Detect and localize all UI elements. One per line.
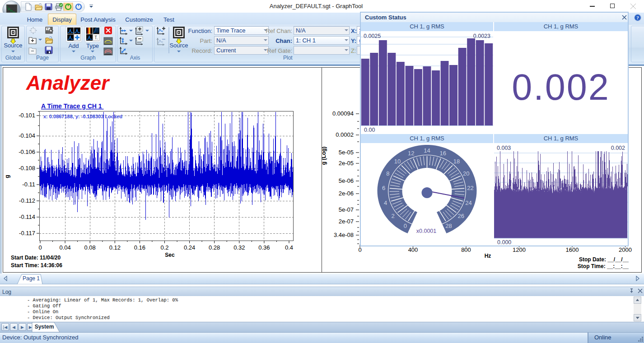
svg-text:4: 4 <box>384 199 387 206</box>
svg-text:0: 0 <box>404 222 407 229</box>
svg-text:5e-06: 5e-06 <box>339 177 354 184</box>
svg-text:0.16: 0.16 <box>134 244 145 251</box>
svg-text:0: 0 <box>38 244 42 251</box>
svg-text:6: 6 <box>382 185 385 191</box>
svg-text:Start Date: 11/04/20: Start Date: 11/04/20 <box>11 255 61 261</box>
svg-text:0.002: 0.002 <box>611 145 625 151</box>
svg-text:24: 24 <box>465 199 471 206</box>
svg-text:A Time Trace g CH 1: A Time Trace g CH 1 <box>41 102 104 110</box>
svg-text:0.24: 0.24 <box>184 244 195 251</box>
svg-text:18: 18 <box>453 158 460 165</box>
svg-text:2000: 2000 <box>619 246 632 253</box>
svg-text:-0.106: -0.106 <box>19 148 35 155</box>
svg-text:0.0025: 0.0025 <box>364 33 381 39</box>
svg-text:800: 800 <box>461 246 471 253</box>
svg-text:5e-07: 5e-07 <box>339 206 354 213</box>
svg-text:0.04: 0.04 <box>59 244 70 251</box>
svg-text:0.2: 0.2 <box>160 244 168 251</box>
svg-text:5e-05: 5e-05 <box>339 149 354 156</box>
svg-text:1200: 1200 <box>513 246 526 253</box>
svg-text:14: 14 <box>424 147 430 154</box>
svg-text:16: 16 <box>439 150 446 157</box>
svg-text:Hz: Hz <box>485 253 491 259</box>
svg-text:T: T <box>47 28 49 31</box>
svg-text:Add: Add <box>68 42 79 49</box>
svg-text:20: 20 <box>463 170 469 177</box>
svg-text:400: 400 <box>408 246 418 253</box>
svg-text:26: 26 <box>458 213 464 219</box>
svg-text:0: 0 <box>358 246 361 253</box>
svg-text:-0.101: -0.101 <box>19 112 35 119</box>
svg-text:-0.117: -0.117 <box>19 230 35 236</box>
svg-text:0.003: 0.003 <box>497 145 511 151</box>
svg-text:0.002: 0.002 <box>512 67 610 107</box>
svg-text:0.0023: 0.0023 <box>473 33 490 39</box>
svg-text:-0.11: -0.11 <box>22 181 35 188</box>
svg-text:Type: Type <box>86 42 99 49</box>
svg-text:-0.112: -0.112 <box>19 197 35 204</box>
svg-text:3.4e-08: 3.4e-08 <box>334 232 354 238</box>
svg-text:8: 8 <box>386 170 389 177</box>
svg-text:12: 12 <box>408 150 414 157</box>
svg-text:Stop Date: __/__/__: Stop Date: __/__/__ <box>579 256 629 263</box>
svg-text:0.28: 0.28 <box>209 244 220 251</box>
svg-text:0.36: 0.36 <box>258 244 270 251</box>
svg-text:?: ? <box>636 15 639 20</box>
svg-text:0.00: 0.00 <box>364 127 375 133</box>
svg-text:Sec: Sec <box>165 252 175 258</box>
svg-text:0.08: 0.08 <box>84 244 96 251</box>
svg-text:10: 10 <box>394 158 401 165</box>
svg-text:28: 28 <box>445 222 452 229</box>
svg-text:2e-06: 2e-06 <box>339 190 354 197</box>
svg-text:g (Log): g (Log) <box>322 147 327 165</box>
svg-text:x0.0001: x0.0001 <box>416 228 437 234</box>
svg-text:-0.108: -0.108 <box>19 165 35 172</box>
svg-text:0.0002: 0.0002 <box>336 131 354 138</box>
svg-text:Stop Time: __:__:__: Stop Time: __:__:__ <box>578 263 629 269</box>
svg-text:22: 22 <box>467 185 473 191</box>
svg-text:Start Time: 14:36:06: Start Time: 14:36:06 <box>11 262 62 269</box>
svg-text:0.00094: 0.00094 <box>332 110 354 117</box>
svg-text:T.: T. <box>94 35 98 40</box>
svg-text:g: g <box>4 175 10 178</box>
svg-text:0.32: 0.32 <box>233 244 245 251</box>
svg-text:0.000: 0.000 <box>497 239 511 246</box>
svg-text:0.4: 0.4 <box>285 244 293 251</box>
svg-text:Source: Source <box>4 42 22 49</box>
svg-text:2e-07: 2e-07 <box>339 218 354 225</box>
svg-text:Analyzer: Analyzer <box>26 72 110 94</box>
svg-text:2e-05: 2e-05 <box>339 160 354 167</box>
svg-text:-0.104: -0.104 <box>19 132 35 139</box>
svg-text:-0.114: -0.114 <box>19 213 35 220</box>
svg-text:0.12: 0.12 <box>109 244 121 251</box>
svg-text:1600: 1600 <box>566 246 579 253</box>
svg-text:x: 0.0867188, y: -0.108303 Loc: x: 0.0867188, y: -0.108303 Locked <box>43 114 122 119</box>
svg-text:2: 2 <box>392 213 395 219</box>
